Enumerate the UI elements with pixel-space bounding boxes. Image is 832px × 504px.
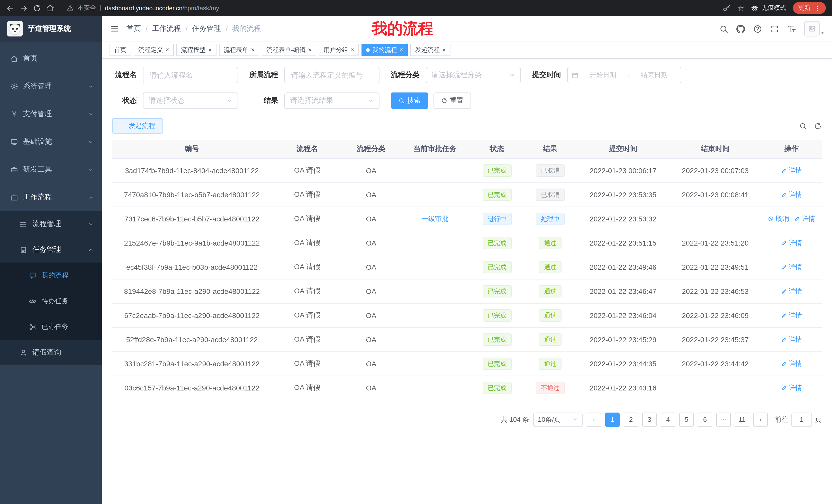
app-logo[interactable]: 芋道管理系统 [0, 16, 102, 41]
close-icon[interactable]: × [165, 46, 169, 53]
sidebar-item[interactable]: 我的流程 [0, 262, 102, 288]
submit-time-label: 提交时间 [532, 71, 561, 80]
table-row: 52ffd28e-7b9a-11ec-a290-acde48001122OA 请… [112, 327, 822, 352]
star-icon[interactable]: ☆ [738, 4, 744, 11]
sidebar-item[interactable]: 已办任务 [0, 314, 102, 340]
search-icon[interactable] [799, 122, 807, 130]
search-icon[interactable] [719, 24, 728, 33]
sidebar-item-label: 首页 [23, 54, 102, 63]
process-id-cell: 7470a810-7b9b-11ec-b5b7-acde48001122 [112, 183, 272, 206]
close-icon[interactable]: × [208, 46, 212, 53]
update-button[interactable]: 更新 ⋮ [793, 2, 826, 14]
detail-button[interactable]: 详情 [794, 214, 815, 223]
sidebar-item[interactable]: 系统管理 [0, 73, 102, 100]
sidebar-item[interactable]: 任务管理 [0, 237, 102, 262]
cancel-button[interactable]: 取消 [768, 214, 789, 223]
pagination-page[interactable]: 2 [624, 412, 638, 427]
pagination-page[interactable]: 4 [661, 412, 675, 427]
detail-button[interactable]: 详情 [781, 335, 802, 344]
address-bar[interactable]: 不安全 dashboard.yudao.iocoder.cn/bpm/task/… [67, 4, 710, 12]
close-icon[interactable]: × [251, 46, 255, 53]
sidebar-item[interactable]: 首页 [0, 45, 102, 73]
pagination-prev[interactable]: ‹ [587, 412, 601, 427]
warning-icon [67, 5, 74, 11]
pagination-more[interactable]: ··· [716, 412, 731, 427]
goto-page-input[interactable] [791, 412, 812, 427]
detail-button[interactable]: 详情 [781, 238, 802, 247]
task-link[interactable]: 一级审批 [422, 214, 448, 223]
back-icon[interactable] [6, 4, 15, 12]
date-range-picker[interactable]: 开始日期 - 结束日期 [567, 67, 681, 83]
pagination-page[interactable]: 3 [642, 412, 657, 427]
forward-icon[interactable] [20, 4, 28, 12]
current-task-cell [399, 327, 470, 352]
tag-view-tab[interactable]: 流程模型× [176, 44, 216, 56]
tag-view-tab[interactable]: 我的流程× [362, 44, 408, 56]
hamburger-icon[interactable] [110, 24, 119, 33]
browser-home-icon[interactable] [46, 4, 54, 12]
help-icon[interactable] [753, 24, 762, 33]
detail-button[interactable]: 详情 [781, 190, 802, 199]
github-icon[interactable] [736, 24, 745, 33]
refresh-icon[interactable] [814, 122, 822, 130]
menu-dots-icon[interactable]: ⋮ [814, 5, 821, 11]
search-button-label: 搜索 [407, 96, 421, 105]
detail-button[interactable]: 详情 [781, 383, 802, 392]
user-avatar[interactable]: ▾ [804, 21, 824, 36]
close-icon[interactable]: × [308, 46, 312, 53]
sidebar-item[interactable]: 待办任务 [0, 288, 102, 314]
user-icon [20, 348, 27, 356]
chevron-down-icon [88, 139, 94, 145]
detail-button[interactable]: 详情 [781, 359, 802, 368]
sidebar-item[interactable]: 工作流程 [0, 184, 102, 211]
reload-icon[interactable] [33, 4, 41, 12]
fullscreen-icon[interactable] [770, 24, 779, 33]
key-icon[interactable] [723, 4, 731, 12]
detail-button[interactable]: 详情 [781, 166, 802, 175]
sidebar-item[interactable]: 基础设施 [0, 128, 102, 156]
actions-cell: 详情 [761, 231, 822, 255]
status-badge: 已完成 [483, 188, 511, 201]
breadcrumb-item[interactable]: 工作流程 [152, 24, 181, 33]
reset-button[interactable]: 重置 [434, 92, 471, 109]
breadcrumb-item[interactable]: 任务管理 [192, 24, 221, 33]
pagination-page[interactable]: 1 [605, 412, 620, 427]
tab-label: 流程定义 [138, 46, 163, 54]
close-icon[interactable]: × [351, 46, 354, 53]
process-name-input[interactable] [143, 67, 238, 83]
category-label: 流程分类 [391, 71, 420, 80]
pagination-page[interactable]: 11 [735, 412, 749, 427]
result-select[interactable]: 请选择流结果 [284, 92, 380, 109]
tag-view-tab[interactable]: 流程表单-编辑× [262, 44, 316, 56]
table-row: 819442e8-7b9a-11ec-a290-acde48001122OA 请… [112, 279, 822, 303]
create-process-label: 发起流程 [129, 121, 155, 131]
status-select[interactable]: 请选择状态 [143, 92, 238, 109]
process-definition-input[interactable] [284, 67, 380, 83]
tag-view-tab[interactable]: 发起流程× [410, 44, 450, 56]
close-icon[interactable]: × [442, 46, 446, 53]
tag-view-tab[interactable]: 首页 [109, 44, 131, 56]
process-name-cell: OA 请假 [272, 352, 343, 375]
page-size-select[interactable]: 10条/页 [533, 412, 582, 427]
font-size-icon[interactable] [787, 24, 796, 33]
tag-view-tab[interactable]: 用户分组× [319, 44, 359, 56]
search-button[interactable]: 搜索 [391, 92, 428, 109]
sidebar-item[interactable]: 支付管理 [0, 100, 102, 128]
category-select[interactable]: 请选择流程分类 [426, 67, 521, 83]
pagination-page[interactable]: 5 [679, 412, 694, 427]
close-icon[interactable]: × [399, 46, 403, 53]
pagination-next[interactable]: › [753, 412, 768, 427]
detail-button[interactable]: 详情 [781, 262, 802, 272]
pagination-page[interactable]: 6 [698, 412, 712, 427]
tag-view-tab[interactable]: 流程定义× [134, 44, 174, 56]
chevron-up-icon [88, 194, 94, 200]
sidebar-item[interactable]: 流程管理 [0, 211, 102, 237]
search-icon [398, 97, 405, 104]
sidebar-item[interactable]: 请假查询 [0, 340, 102, 365]
sidebar-item[interactable]: 研发工具 [0, 156, 102, 184]
detail-button[interactable]: 详情 [781, 311, 802, 320]
detail-button[interactable]: 详情 [781, 286, 802, 296]
tag-view-tab[interactable]: 流程表单× [219, 44, 259, 56]
create-process-button[interactable]: 发起流程 [112, 118, 163, 134]
breadcrumb-item[interactable]: 首页 [127, 24, 141, 33]
